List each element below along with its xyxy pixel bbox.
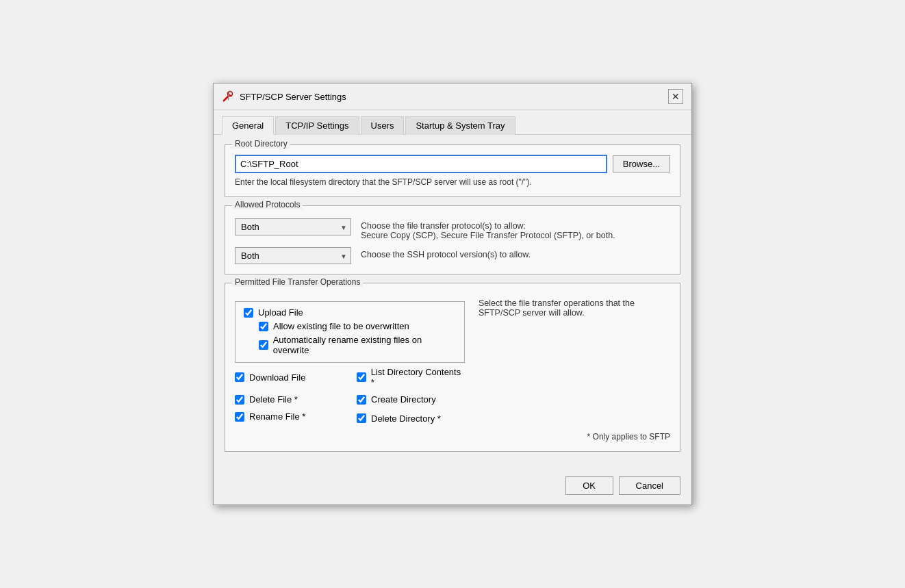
rename-file-item: Rename File *	[235, 411, 343, 422]
tab-content: Root Directory Browse... Enter the local…	[214, 135, 691, 470]
root-directory-hint: Enter the local filesystem directory tha…	[235, 177, 670, 187]
create-dir-item: Create Directory	[357, 394, 465, 405]
tab-general[interactable]: General	[222, 116, 274, 135]
download-file-item: Download File	[235, 367, 343, 387]
tab-tcpip[interactable]: TCP/IP Settings	[275, 116, 359, 135]
list-dir-label: List Directory Contents *	[371, 367, 465, 387]
cancel-button[interactable]: Cancel	[619, 476, 680, 495]
tab-startup[interactable]: Startup & System Tray	[405, 116, 515, 135]
permitted-ops-label: Permitted File Transfer Operations	[232, 277, 363, 287]
protocol-description: Choose the file transfer protocol(s) to …	[361, 218, 615, 240]
create-dir-label: Create Directory	[371, 394, 436, 405]
delete-file-item: Delete File *	[235, 394, 343, 405]
upload-file-label: Upload File	[258, 307, 303, 318]
allow-overwrite-checkbox[interactable]	[259, 322, 268, 331]
upload-file-item: Upload File	[244, 307, 456, 318]
allowed-protocols-label: Allowed Protocols	[232, 200, 303, 209]
delete-dir-label: Delete Directory *	[371, 413, 441, 424]
upload-file-checkbox[interactable]	[244, 308, 253, 318]
settings-icon	[222, 90, 234, 103]
browse-button[interactable]: Browse...	[613, 155, 670, 172]
ok-button[interactable]: OK	[565, 476, 613, 495]
root-directory-group: Root Directory Browse... Enter the local…	[225, 144, 680, 197]
dialog-title: SFTP/SCP Server Settings	[240, 92, 346, 102]
allowed-protocols-group: Allowed Protocols Both SCP only SFTP onl…	[225, 205, 680, 274]
ops-description: Select the file transfer operations that…	[479, 296, 670, 318]
tab-bar: General TCP/IP Settings Users Startup & …	[214, 110, 691, 135]
footer: OK Cancel	[214, 470, 691, 504]
list-dir-checkbox[interactable]	[357, 372, 366, 382]
ssh-description: Choose the SSH protocol version(s) to al…	[361, 247, 531, 259]
download-file-checkbox[interactable]	[235, 372, 244, 382]
upload-file-group: Upload File Allow existing file to be ov…	[235, 301, 465, 363]
auto-rename-item: Automatically rename existing files on o…	[259, 335, 456, 355]
permitted-ops-group: Permitted File Transfer Operations Uploa…	[225, 283, 680, 452]
close-button[interactable]: ✕	[668, 89, 683, 104]
create-dir-checkbox[interactable]	[357, 395, 366, 405]
sftp-note: * Only applies to SFTP	[235, 432, 670, 442]
tab-users[interactable]: Users	[361, 116, 405, 135]
allow-overwrite-label: Allow existing file to be overwritten	[273, 321, 409, 331]
ssh-select-wrapper: Both SSH1 only SSH2 only ▼	[235, 247, 351, 264]
delete-file-label: Delete File *	[249, 394, 298, 405]
delete-dir-checkbox[interactable]	[357, 413, 366, 423]
rename-file-label: Rename File *	[249, 411, 305, 422]
root-directory-input[interactable]	[235, 155, 607, 173]
auto-rename-label: Automatically rename existing files on o…	[273, 335, 456, 355]
auto-rename-checkbox[interactable]	[259, 340, 268, 350]
download-file-label: Download File	[249, 372, 305, 383]
root-directory-label: Root Directory	[232, 139, 290, 149]
allow-overwrite-item: Allow existing file to be overwritten	[259, 321, 456, 331]
protocol-select[interactable]: Both SCP only SFTP only	[235, 218, 351, 235]
rename-file-checkbox[interactable]	[235, 412, 244, 422]
title-bar: SFTP/SCP Server Settings ✕	[214, 84, 691, 110]
protocol-select-wrapper: Both SCP only SFTP only ▼	[235, 218, 351, 235]
delete-dir-item: Delete Directory *	[357, 411, 465, 425]
dialog: SFTP/SCP Server Settings ✕ General TCP/I…	[213, 83, 692, 505]
list-dir-item: List Directory Contents *	[357, 367, 465, 387]
delete-file-checkbox[interactable]	[235, 395, 244, 405]
ssh-version-select[interactable]: Both SSH1 only SSH2 only	[235, 247, 351, 264]
